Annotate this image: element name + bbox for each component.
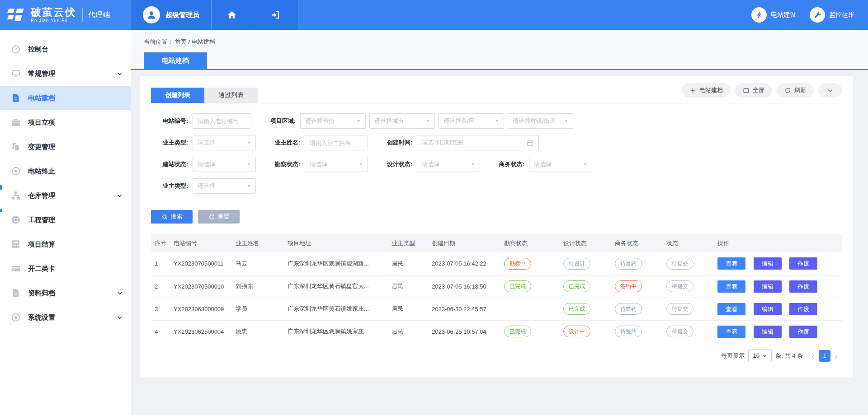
owner-name-input[interactable] <box>305 135 368 150</box>
sidebar-item-engineering-management[interactable]: 工程管理 <box>0 208 131 232</box>
create-station-button[interactable]: 电站建档 <box>682 83 731 98</box>
sidebar-item-project-initiation[interactable]: 项目立项 <box>0 110 131 135</box>
view-button[interactable]: 查看 <box>717 326 745 338</box>
nav-label: 电站建设 <box>771 11 796 19</box>
edit-button[interactable]: 编辑 <box>754 280 782 293</box>
logo-divider <box>82 8 83 22</box>
sidebar-item-project-settlement[interactable]: 项目结算 <box>0 232 131 256</box>
status-badge: 已完成 <box>563 303 590 315</box>
filter-build-status: 建站状态: 请选择▼ <box>151 157 256 172</box>
station-id-input[interactable] <box>193 113 251 129</box>
chevron-down-icon <box>117 192 123 199</box>
calculator-icon <box>11 239 21 249</box>
filter-label: 业主类型: <box>151 139 188 147</box>
filter-row-2: 业主类型: 请选择▼ 业主姓名: 创建时间: 请选择日期范围 <box>151 135 842 150</box>
page-tab-station-archive[interactable]: 电站建档 <box>144 52 207 69</box>
page-number-button[interactable]: 1 <box>819 350 830 362</box>
avatar <box>143 6 160 23</box>
village-select[interactable]: 请选择村镇/街道▼ <box>508 113 573 129</box>
void-button[interactable]: 作废 <box>789 326 817 338</box>
tab-passed-list[interactable]: 通过列表 <box>204 88 258 103</box>
next-page-icon[interactable]: › <box>830 351 842 360</box>
logo-mark-icon <box>7 6 26 24</box>
user-menu[interactable]: 超级管理员 <box>131 0 212 30</box>
view-button[interactable]: 查看 <box>717 257 745 270</box>
status-badge: 设计中 <box>563 326 590 337</box>
filter-label: 商务状态: <box>487 160 524 168</box>
business-status-select[interactable]: 请选择▼ <box>529 157 592 172</box>
sidebar-item-label: 控制台 <box>28 45 48 54</box>
edit-button[interactable]: 编辑 <box>754 257 782 270</box>
design-status-select[interactable]: 请选择▼ <box>417 157 480 172</box>
filter-label: 建站状态: <box>151 160 188 168</box>
col-station-id: 电站编号 <box>170 234 232 252</box>
status-badge: 待签约 <box>615 258 642 270</box>
filter-create-time: 创建时间: 请选择日期范围 <box>375 135 539 150</box>
filter-owner-type-2: 业主类型: 请选择▼ <box>151 178 256 194</box>
survey-status-select[interactable]: 请选择▼ <box>305 157 368 172</box>
status-badge: 已完成 <box>504 326 531 337</box>
nav-station-construction[interactable]: 电站建设 <box>751 0 796 30</box>
void-button[interactable]: 作废 <box>789 280 817 293</box>
reset-button[interactable]: 重置 <box>198 210 240 224</box>
sidebar-item-second-class-card[interactable]: 开二类卡 <box>0 256 131 281</box>
sidebar-item-warehouse-management[interactable]: 仓库管理 <box>0 183 131 208</box>
dashboard-icon <box>11 215 21 225</box>
tab-create-list[interactable]: 创建列表 <box>151 88 204 103</box>
card-icon <box>11 264 21 274</box>
station-table: 序号 电站编号 业主姓名 项目地址 业主类型 创建日期 勘察状态 设计状态 商务… <box>151 234 842 343</box>
nav-monitor-ops[interactable]: 监控运维 <box>810 0 854 30</box>
city-select[interactable]: 请选择城市▼ <box>369 113 435 129</box>
select-arrow-icon: ▼ <box>357 119 361 123</box>
sidebar-item-label: 电站建档 <box>28 94 55 103</box>
search-button[interactable]: 搜索 <box>151 210 193 224</box>
county-select[interactable]: 请选择县/区▼ <box>439 113 504 129</box>
table-row: 1 YX2023070500011 马云 广东深圳龙华区观澜镇观湖路... 居民… <box>151 252 842 275</box>
status-badge: 签约中 <box>615 280 642 292</box>
date-range-input[interactable]: 请选择日期范围 <box>417 135 539 150</box>
filter-label: 勘察状态: <box>263 160 300 168</box>
edit-button[interactable]: 编辑 <box>754 326 782 338</box>
filter-row-4: 业主类型: 请选择▼ <box>151 178 842 194</box>
user-name: 超级管理员 <box>165 11 199 19</box>
collapse-toolbar-button[interactable] <box>818 83 842 98</box>
void-button[interactable]: 作废 <box>789 257 817 270</box>
refresh-icon <box>784 87 791 94</box>
plus-icon <box>689 87 696 94</box>
fullscreen-button[interactable]: 全屏 <box>735 83 772 98</box>
select-arrow-icon: ▼ <box>247 140 251 145</box>
sidebar-item-console[interactable]: 控制台 <box>0 37 131 61</box>
select-arrow-icon: ▼ <box>564 119 568 123</box>
document-icon <box>11 93 21 103</box>
select-arrow-icon: ▼ <box>495 119 499 123</box>
filter-label: 电站编号: <box>151 117 188 125</box>
sidebar-item-general-management[interactable]: 常规管理 <box>0 61 131 86</box>
select-arrow-icon: ▼ <box>359 162 363 167</box>
sidebar-item-station-archive[interactable]: 电站建档 <box>0 86 131 110</box>
refresh-button[interactable]: 刷新 <box>777 83 814 98</box>
sign-out-button[interactable] <box>252 0 298 30</box>
sidebar-item-data-archive[interactable]: 资料归档 <box>0 281 131 305</box>
view-button[interactable]: 查看 <box>717 303 745 315</box>
edit-button[interactable]: 编辑 <box>754 303 782 315</box>
view-button[interactable]: 查看 <box>717 280 745 293</box>
filter-row-3: 建站状态: 请选择▼ 勘察状态: 请选择▼ 设计状态: <box>151 157 842 172</box>
fullscreen-icon <box>743 87 750 94</box>
gauge-icon <box>11 44 21 54</box>
build-status-select[interactable]: 请选择▼ <box>193 157 256 172</box>
owner-type-select[interactable]: 请选择▼ <box>193 135 256 150</box>
void-button[interactable]: 作废 <box>789 303 817 315</box>
monitor-icon <box>11 69 21 79</box>
sidebar-item-station-termination[interactable]: 电站终止 <box>0 159 131 183</box>
owner-type-2-select[interactable]: 请选择▼ <box>193 178 256 194</box>
sidebar-scroll-indicator <box>0 185 2 190</box>
province-select[interactable]: 请选择省份▼ <box>300 113 366 129</box>
home-icon <box>227 10 237 20</box>
home-button[interactable] <box>212 0 252 30</box>
prev-page-icon[interactable]: ‹ <box>807 351 819 360</box>
sidebar-item-change-management[interactable]: 变更管理 <box>0 135 131 159</box>
per-page-select[interactable]: 10 <box>748 350 772 362</box>
person-icon <box>146 9 157 20</box>
col-owner-type: 业主类型 <box>388 234 428 252</box>
sidebar-item-system-settings[interactable]: 系统设置 <box>0 305 131 330</box>
